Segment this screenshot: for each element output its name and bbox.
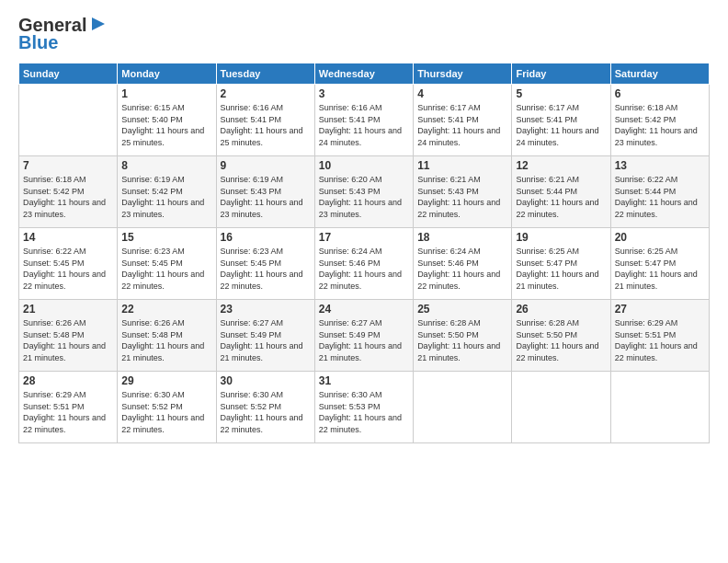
weekday-header-thursday: Thursday [414, 63, 512, 85]
calendar-cell: 10Sunrise: 6:20 AMSunset: 5:43 PMDayligh… [314, 156, 413, 228]
day-info: Sunrise: 6:20 AMSunset: 5:43 PMDaylight:… [319, 174, 409, 220]
day-number: 5 [516, 87, 606, 100]
week-row-2: 7Sunrise: 6:18 AMSunset: 5:42 PMDaylight… [19, 156, 710, 228]
day-info: Sunrise: 6:21 AMSunset: 5:44 PMDaylight:… [516, 174, 606, 220]
day-info: Sunrise: 6:19 AMSunset: 5:42 PMDaylight:… [121, 174, 211, 220]
calendar-cell [19, 85, 118, 156]
day-number: 6 [615, 87, 705, 100]
day-info: Sunrise: 6:26 AMSunset: 5:48 PMDaylight:… [121, 317, 211, 363]
calendar-table: SundayMondayTuesdayWednesdayThursdayFrid… [18, 63, 710, 443]
weekday-header-friday: Friday [512, 63, 610, 85]
calendar-cell: 2Sunrise: 6:16 AMSunset: 5:41 PMDaylight… [216, 85, 314, 156]
day-info: Sunrise: 6:23 AMSunset: 5:45 PMDaylight:… [221, 246, 311, 292]
day-number: 31 [319, 374, 409, 387]
calendar-cell: 25Sunrise: 6:28 AMSunset: 5:50 PMDayligh… [414, 300, 512, 372]
calendar-cell: 16Sunrise: 6:23 AMSunset: 5:45 PMDayligh… [216, 228, 314, 300]
day-info: Sunrise: 6:21 AMSunset: 5:43 PMDaylight:… [417, 174, 507, 220]
day-info: Sunrise: 6:25 AMSunset: 5:47 PMDaylight:… [516, 246, 606, 292]
calendar-cell: 12Sunrise: 6:21 AMSunset: 5:44 PMDayligh… [512, 156, 610, 228]
day-info: Sunrise: 6:25 AMSunset: 5:47 PMDaylight:… [615, 246, 705, 292]
day-number: 4 [417, 87, 507, 100]
week-row-5: 28Sunrise: 6:29 AMSunset: 5:51 PMDayligh… [19, 372, 710, 443]
day-number: 7 [23, 159, 113, 172]
day-number: 30 [221, 374, 311, 387]
day-info: Sunrise: 6:22 AMSunset: 5:45 PMDaylight:… [23, 246, 113, 292]
calendar-cell: 14Sunrise: 6:22 AMSunset: 5:45 PMDayligh… [19, 228, 118, 300]
weekday-header-sunday: Sunday [19, 63, 118, 85]
day-info: Sunrise: 6:28 AMSunset: 5:50 PMDaylight:… [417, 317, 507, 363]
logo: General Blue [18, 15, 108, 53]
weekday-header-tuesday: Tuesday [216, 63, 314, 85]
calendar-cell: 15Sunrise: 6:23 AMSunset: 5:45 PMDayligh… [118, 228, 216, 300]
week-row-4: 21Sunrise: 6:26 AMSunset: 5:48 PMDayligh… [19, 300, 710, 372]
weekday-header-wednesday: Wednesday [314, 63, 413, 85]
day-number: 23 [221, 303, 311, 316]
day-number: 11 [417, 159, 507, 172]
weekday-header-row: SundayMondayTuesdayWednesdayThursdayFrid… [19, 63, 710, 85]
day-number: 28 [23, 374, 113, 387]
calendar-cell: 1Sunrise: 6:15 AMSunset: 5:40 PMDaylight… [118, 85, 216, 156]
week-row-3: 14Sunrise: 6:22 AMSunset: 5:45 PMDayligh… [19, 228, 710, 300]
day-number: 20 [615, 231, 705, 244]
day-info: Sunrise: 6:18 AMSunset: 5:42 PMDaylight:… [23, 174, 113, 220]
calendar-cell: 13Sunrise: 6:22 AMSunset: 5:44 PMDayligh… [610, 156, 709, 228]
day-number: 15 [121, 231, 211, 244]
calendar-cell: 8Sunrise: 6:19 AMSunset: 5:42 PMDaylight… [118, 156, 216, 228]
calendar-cell: 4Sunrise: 6:17 AMSunset: 5:41 PMDaylight… [414, 85, 512, 156]
day-number: 25 [417, 303, 507, 316]
weekday-header-monday: Monday [118, 63, 216, 85]
day-info: Sunrise: 6:16 AMSunset: 5:41 PMDaylight:… [319, 102, 409, 148]
day-number: 16 [221, 231, 311, 244]
day-number: 22 [121, 303, 211, 316]
calendar-cell: 5Sunrise: 6:17 AMSunset: 5:41 PMDaylight… [512, 85, 610, 156]
day-info: Sunrise: 6:30 AMSunset: 5:52 PMDaylight:… [121, 389, 211, 435]
day-number: 29 [121, 374, 211, 387]
day-info: Sunrise: 6:29 AMSunset: 5:51 PMDaylight:… [23, 389, 113, 435]
day-number: 26 [516, 303, 606, 316]
day-number: 24 [319, 303, 409, 316]
calendar-cell: 3Sunrise: 6:16 AMSunset: 5:41 PMDaylight… [314, 85, 413, 156]
calendar-cell: 30Sunrise: 6:30 AMSunset: 5:52 PMDayligh… [216, 372, 314, 443]
day-info: Sunrise: 6:22 AMSunset: 5:44 PMDaylight:… [615, 174, 705, 220]
page: General Blue SundayMondayTuesdayWednesda… [0, 0, 728, 563]
calendar-cell: 24Sunrise: 6:27 AMSunset: 5:49 PMDayligh… [314, 300, 413, 372]
day-number: 12 [516, 159, 606, 172]
calendar-cell: 31Sunrise: 6:30 AMSunset: 5:53 PMDayligh… [314, 372, 413, 443]
calendar-cell: 27Sunrise: 6:29 AMSunset: 5:51 PMDayligh… [610, 300, 709, 372]
calendar-cell: 20Sunrise: 6:25 AMSunset: 5:47 PMDayligh… [610, 228, 709, 300]
logo-blue: Blue [18, 32, 58, 53]
logo-icon [88, 14, 108, 34]
day-number: 9 [221, 159, 311, 172]
calendar-cell [610, 372, 709, 443]
calendar-cell: 7Sunrise: 6:18 AMSunset: 5:42 PMDaylight… [19, 156, 118, 228]
day-info: Sunrise: 6:17 AMSunset: 5:41 PMDaylight:… [417, 102, 507, 148]
weekday-header-saturday: Saturday [610, 63, 709, 85]
calendar-cell [414, 372, 512, 443]
calendar-cell [512, 372, 610, 443]
day-number: 3 [319, 87, 409, 100]
calendar-cell: 9Sunrise: 6:19 AMSunset: 5:43 PMDaylight… [216, 156, 314, 228]
calendar-cell: 28Sunrise: 6:29 AMSunset: 5:51 PMDayligh… [19, 372, 118, 443]
day-number: 18 [417, 231, 507, 244]
day-info: Sunrise: 6:15 AMSunset: 5:40 PMDaylight:… [121, 102, 211, 148]
svg-marker-0 [92, 17, 105, 30]
day-info: Sunrise: 6:24 AMSunset: 5:46 PMDaylight:… [319, 246, 409, 292]
day-number: 8 [121, 159, 211, 172]
day-info: Sunrise: 6:27 AMSunset: 5:49 PMDaylight:… [221, 317, 311, 363]
day-info: Sunrise: 6:24 AMSunset: 5:46 PMDaylight:… [417, 246, 507, 292]
day-number: 1 [121, 87, 211, 100]
day-info: Sunrise: 6:16 AMSunset: 5:41 PMDaylight:… [221, 102, 311, 148]
day-info: Sunrise: 6:26 AMSunset: 5:48 PMDaylight:… [23, 317, 113, 363]
calendar-cell: 19Sunrise: 6:25 AMSunset: 5:47 PMDayligh… [512, 228, 610, 300]
day-info: Sunrise: 6:23 AMSunset: 5:45 PMDaylight:… [121, 246, 211, 292]
day-info: Sunrise: 6:29 AMSunset: 5:51 PMDaylight:… [615, 317, 705, 363]
day-info: Sunrise: 6:30 AMSunset: 5:52 PMDaylight:… [221, 389, 311, 435]
day-info: Sunrise: 6:27 AMSunset: 5:49 PMDaylight:… [319, 317, 409, 363]
calendar-cell: 18Sunrise: 6:24 AMSunset: 5:46 PMDayligh… [414, 228, 512, 300]
day-number: 21 [23, 303, 113, 316]
day-info: Sunrise: 6:18 AMSunset: 5:42 PMDaylight:… [615, 102, 705, 148]
day-number: 17 [319, 231, 409, 244]
day-number: 2 [221, 87, 311, 100]
calendar-cell: 17Sunrise: 6:24 AMSunset: 5:46 PMDayligh… [314, 228, 413, 300]
calendar-cell: 6Sunrise: 6:18 AMSunset: 5:42 PMDaylight… [610, 85, 709, 156]
